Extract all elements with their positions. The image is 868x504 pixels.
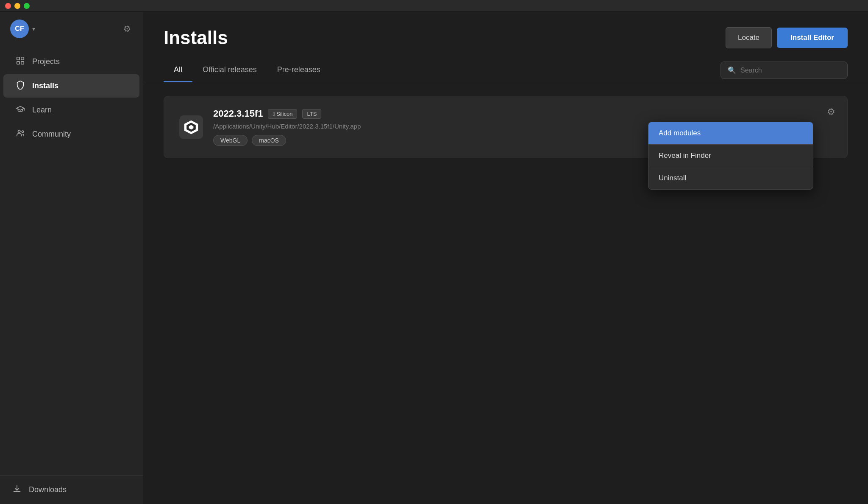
page-title: Installs	[164, 27, 228, 48]
main-header: Installs Locate Install Editor	[143, 12, 868, 59]
card-gear-button[interactable]: ⚙	[825, 105, 837, 119]
avatar-chevron-icon: ▾	[32, 25, 35, 32]
tabs-group: All Official releases Pre-releases	[164, 59, 331, 82]
install-title-row: 2022.3.15f1  Silicon LTS	[213, 108, 832, 119]
tag-webgl: WebGL	[213, 135, 248, 146]
install-card: 2022.3.15f1  Silicon LTS /Applications/…	[164, 96, 848, 158]
projects-icon	[15, 56, 25, 67]
svg-point-4	[18, 130, 21, 133]
install-editor-button[interactable]: Install Editor	[777, 28, 848, 48]
installs-area: 2022.3.15f1  Silicon LTS /Applications/…	[143, 82, 868, 504]
svg-rect-3	[21, 62, 24, 64]
minimize-button[interactable]	[14, 3, 20, 9]
sidebar-header: CF ▾ ⚙	[0, 12, 143, 46]
avatar-area[interactable]: CF ▾	[10, 20, 35, 38]
badge-silicon:  Silicon	[268, 109, 297, 119]
sidebar-item-community[interactable]: Community	[3, 123, 139, 146]
context-menu-uninstall[interactable]: Uninstall	[648, 167, 813, 189]
main-content: Installs Locate Install Editor All Offic…	[143, 12, 868, 504]
sidebar-item-label-learn: Learn	[32, 106, 52, 115]
sidebar-footer: Downloads	[0, 475, 143, 504]
svg-rect-2	[17, 62, 19, 64]
search-icon: 🔍	[728, 66, 736, 74]
unity-icon	[179, 115, 203, 139]
header-actions: Locate Install Editor	[726, 27, 848, 48]
tab-pre-releases[interactable]: Pre-releases	[267, 59, 331, 82]
tabs-row: All Official releases Pre-releases 🔍	[143, 59, 868, 82]
search-box: 🔍	[721, 62, 848, 79]
sidebar-item-learn[interactable]: Learn	[3, 98, 139, 122]
locate-button[interactable]: Locate	[726, 27, 772, 48]
sidebar-item-installs[interactable]: Installs	[3, 74, 139, 98]
sidebar-item-label-community: Community	[32, 130, 71, 139]
context-menu: Add modules Reveal in Finder Uninstall	[648, 122, 813, 190]
close-button[interactable]	[5, 3, 11, 9]
learn-icon	[15, 104, 25, 116]
svg-point-5	[22, 131, 24, 133]
install-version: 2022.3.15f1	[213, 108, 263, 119]
context-menu-add-modules[interactable]: Add modules	[648, 122, 813, 144]
sidebar-nav: Projects Installs Learn	[0, 46, 143, 475]
sidebar: CF ▾ ⚙ Projects	[0, 12, 143, 504]
svg-rect-1	[21, 57, 24, 60]
badge-lts: LTS	[302, 109, 321, 119]
tag-macos: macOS	[252, 135, 286, 146]
sidebar-item-projects[interactable]: Projects	[3, 50, 139, 73]
context-menu-reveal-in-finder[interactable]: Reveal in Finder	[648, 145, 813, 167]
community-icon	[15, 129, 25, 140]
maximize-button[interactable]	[24, 3, 30, 9]
tab-all[interactable]: All	[164, 59, 192, 82]
titlebar	[0, 0, 868, 12]
svg-rect-0	[17, 57, 19, 60]
tab-official-releases[interactable]: Official releases	[192, 59, 267, 82]
sidebar-item-label-projects: Projects	[32, 57, 60, 66]
downloads-label: Downloads	[29, 485, 67, 494]
sidebar-item-label-installs: Installs	[32, 81, 58, 90]
installs-icon	[15, 80, 25, 92]
settings-button[interactable]: ⚙	[122, 22, 133, 36]
avatar: CF	[10, 20, 29, 38]
apple-icon: 	[273, 111, 275, 117]
sidebar-item-downloads[interactable]: Downloads	[12, 484, 131, 496]
search-input[interactable]	[740, 67, 840, 74]
downloads-icon	[12, 484, 22, 496]
